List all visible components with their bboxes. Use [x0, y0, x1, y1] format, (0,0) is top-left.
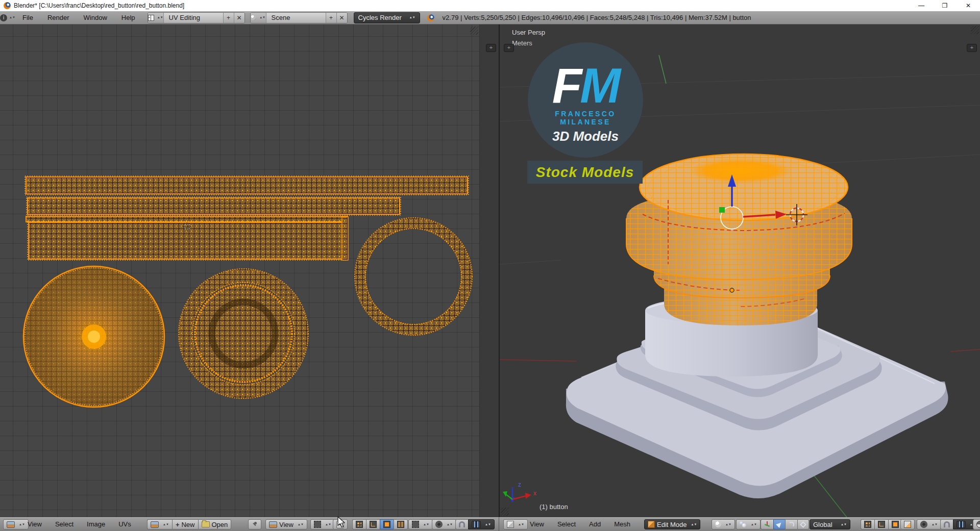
- logo-subtitle: 3D Models: [528, 129, 643, 144]
- menu-window[interactable]: Window: [77, 11, 114, 24]
- pivot-icon: [314, 521, 321, 528]
- scene-browse-button[interactable]: ▲▼: [251, 13, 266, 23]
- transform-orientation-dropdown[interactable]: Global▲▼: [810, 519, 850, 529]
- uv-menu-image[interactable]: Image: [87, 519, 105, 529]
- viewport-editor-type-dropdown[interactable]: ▲▼: [503, 519, 528, 529]
- magnet-icon: [944, 521, 950, 527]
- view3d-menu-mesh[interactable]: Mesh: [614, 519, 630, 529]
- pivot-spheres-icon: [740, 521, 747, 527]
- view3d-menu-select[interactable]: Select: [557, 519, 576, 529]
- cap-top-glow: [690, 159, 792, 183]
- close-button[interactable]: ✕: [957, 0, 980, 11]
- display-channels-dropdown[interactable]: View▲▼: [265, 519, 307, 529]
- edge-select-mode-button[interactable]: [874, 519, 888, 529]
- menu-render[interactable]: Render: [40, 11, 77, 24]
- image-browse-dropdown[interactable]: ▲▼: [147, 519, 172, 529]
- edge-select-icon: [878, 521, 885, 528]
- occlude-geometry-icon: [904, 521, 911, 528]
- island-select-icon: [397, 521, 404, 528]
- snap-element-icon: [957, 521, 966, 528]
- magnet-icon: [459, 521, 465, 527]
- pivot-dropdown[interactable]: ▲▼: [310, 519, 335, 529]
- axis-tripod-icon: [764, 521, 770, 527]
- pivot-center-dropdown[interactable]: ▲▼: [736, 519, 761, 529]
- object-origin: [730, 288, 734, 292]
- uv-island-strip-2: [27, 197, 401, 215]
- chevron-updown-icon: ▲▼: [9, 16, 15, 19]
- vertex-select-icon: [356, 521, 363, 528]
- view3d-menu-add[interactable]: Add: [589, 519, 601, 529]
- uv-image-editor[interactable]: +: [0, 24, 499, 517]
- vertex-select-icon: [864, 521, 871, 528]
- layout-delete-button[interactable]: ✕: [234, 13, 244, 23]
- scene-delete-button[interactable]: ✕: [336, 13, 347, 23]
- pin-toggle-button[interactable]: [248, 519, 261, 529]
- minimize-button[interactable]: —: [910, 0, 933, 11]
- plus-icon: +: [176, 521, 180, 528]
- menu-file[interactable]: File: [15, 11, 40, 24]
- uv-islands-canvas: [0, 24, 499, 517]
- view3d-menu-view[interactable]: View: [530, 519, 544, 529]
- uv-editor-type-dropdown[interactable]: ▲▼: [3, 519, 29, 529]
- proportional-edit-dropdown[interactable]: ▲▼: [917, 519, 941, 529]
- render-engine-dropdown[interactable]: Cycles Render ▲▼: [354, 12, 420, 23]
- uv-select-edge-button[interactable]: [366, 519, 380, 529]
- translate-manipulator-button[interactable]: [773, 519, 785, 529]
- screen-layout-selector[interactable]: ▲▼ UV Editing + ✕: [148, 12, 245, 23]
- snap-toggle-button[interactable]: [455, 519, 468, 529]
- menu-help[interactable]: Help: [114, 11, 142, 24]
- rotate-manipulator-button[interactable]: [785, 519, 797, 529]
- scene-name[interactable]: Scene: [266, 14, 326, 21]
- viewport-3d[interactable]: User Persp Meters z x (1) button F M FRA…: [500, 24, 980, 517]
- uv-island-ring-disc: [179, 269, 308, 398]
- x-axis-line-right: [951, 349, 980, 351]
- mini-axis-gizmo: [503, 487, 531, 503]
- title-bar: Blender* [C:\Users\franc\Desktop\red_but…: [0, 0, 980, 11]
- viewport-shading-dropdown[interactable]: ▲▼: [712, 519, 735, 529]
- view-name-label: User Persp: [512, 29, 545, 36]
- expand-panel-button[interactable]: +: [967, 44, 977, 52]
- manipulator-toggle-button[interactable]: [761, 519, 773, 529]
- render-border-button[interactable]: [973, 519, 980, 529]
- uv-menu-select[interactable]: Select: [55, 519, 74, 529]
- z-axis-line: [659, 55, 666, 84]
- layout-name[interactable]: UV Editing: [164, 14, 223, 21]
- uv-island-strip-1: [25, 176, 469, 195]
- face-select-icon: [383, 521, 390, 528]
- interaction-mode-dropdown[interactable]: Edit Mode▲▼: [644, 519, 700, 529]
- scene-icon: [251, 15, 256, 20]
- uv-select-face-button[interactable]: [380, 519, 394, 529]
- scale-manipulator-button[interactable]: [797, 519, 809, 529]
- area-corner-grip[interactable]: [971, 26, 979, 34]
- limit-selection-visible-button[interactable]: [900, 519, 915, 529]
- vertex-select-mode-button[interactable]: [861, 519, 874, 529]
- snap-element-dropdown[interactable]: ▲▼: [468, 519, 495, 529]
- translate-arrow-icon: [776, 521, 783, 528]
- area-corner-grip[interactable]: [470, 27, 478, 35]
- expand-panel-button[interactable]: +: [504, 44, 514, 52]
- uv-menu-uvs[interactable]: UVs: [118, 519, 131, 529]
- proportional-edit-dropdown[interactable]: ▲▼: [432, 519, 456, 529]
- uv-editor-header: ▲▼ View Select Image UVs ▲▼ +New Open Vi…: [0, 517, 499, 531]
- uv-menu-view[interactable]: View: [28, 519, 42, 529]
- image-new-button[interactable]: +New: [172, 519, 198, 529]
- snap-toggle-button[interactable]: [940, 519, 953, 529]
- render-icon: [976, 521, 980, 528]
- sticky-select-dropdown[interactable]: ▲▼: [408, 519, 433, 529]
- sticky-select-icon: [412, 521, 419, 528]
- folder-icon: [202, 521, 210, 527]
- uv-select-vertex-button[interactable]: [352, 519, 366, 529]
- layout-add-button[interactable]: +: [223, 13, 234, 23]
- uv-select-island-button[interactable]: [394, 519, 408, 529]
- scene-selector[interactable]: ▲▼ Scene + ✕: [250, 12, 348, 23]
- image-open-button[interactable]: Open: [198, 519, 232, 529]
- layout-browse-button[interactable]: ▲▼: [148, 13, 164, 23]
- info-editor-dropdown[interactable]: i ▲▼: [0, 14, 15, 21]
- active-object-label: (1) button: [540, 503, 568, 511]
- scene-add-button[interactable]: +: [326, 13, 336, 23]
- image-icon: [269, 521, 277, 528]
- area-corner-grip[interactable]: [501, 508, 509, 516]
- maximize-button[interactable]: ❐: [933, 0, 957, 11]
- window-title: Blender* [C:\Users\franc\Desktop\red_but…: [14, 2, 184, 9]
- expand-panel-button[interactable]: +: [486, 44, 496, 52]
